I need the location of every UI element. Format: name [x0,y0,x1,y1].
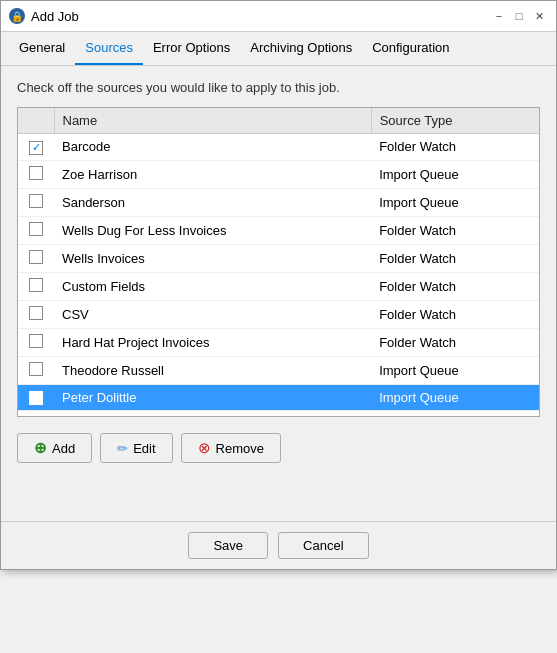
checkbox[interactable] [29,306,43,320]
action-button-bar: ⊕ Add ✏ Edit ⊗ Remove [17,429,540,467]
table-cell-checkbox[interactable] [18,188,54,216]
table-cell-source-type: Folder Watch [371,328,539,356]
checkbox[interactable] [29,141,43,155]
table-cell-checkbox[interactable] [18,244,54,272]
table-cell-name: Wells Dug For Less Invoices [54,216,371,244]
checkbox[interactable] [29,362,43,376]
checkbox[interactable] [29,334,43,348]
col-header-name: Name [54,108,371,134]
table-row[interactable]: Custom FieldsFolder Watch [18,272,539,300]
table-cell-source-type: Import Queue [371,384,539,411]
table-cell-name: Custom Fields [54,272,371,300]
window: 🔒 Add Job − □ ✕ General Sources Error Op… [0,0,557,570]
tab-error-options[interactable]: Error Options [143,32,240,65]
save-button[interactable]: Save [188,532,268,559]
table-cell-source-type: Import Queue [371,188,539,216]
app-icon: 🔒 [9,8,25,24]
cancel-button[interactable]: Cancel [278,532,368,559]
window-title: Add Job [31,9,79,24]
table-row[interactable]: Peter DolittleImport Queue [18,384,539,411]
table-cell-checkbox[interactable] [18,300,54,328]
table-cell-name: Zoe Harrison [54,160,371,188]
table-row[interactable]: SandersonImport Queue [18,188,539,216]
table-cell-name: Barcode [54,134,371,161]
table-cell-checkbox[interactable] [18,216,54,244]
checkbox[interactable] [29,222,43,236]
edit-icon: ✏ [117,441,128,456]
close-button[interactable]: ✕ [530,7,548,25]
table-cell-checkbox[interactable] [18,272,54,300]
table-cell-name: Theodore Russell [54,356,371,384]
checkbox[interactable] [29,194,43,208]
maximize-button[interactable]: □ [510,7,528,25]
tab-configuration[interactable]: Configuration [362,32,459,65]
checkbox[interactable] [29,391,43,405]
edit-button[interactable]: ✏ Edit [100,433,172,463]
content-area: Check off the sources you would like to … [1,66,556,481]
add-icon: ⊕ [34,439,47,457]
table-row[interactable]: Zoe HarrisonImport Queue [18,160,539,188]
checkbox[interactable] [29,250,43,264]
table-row[interactable]: BarcodeFolder Watch [18,134,539,161]
table-cell-source-type: Folder Watch [371,272,539,300]
table-cell-source-type: Import Queue [371,160,539,188]
table-row[interactable]: Wells InvoicesFolder Watch [18,244,539,272]
table-row[interactable]: Wells Dug For Less InvoicesFolder Watch [18,216,539,244]
table-row[interactable]: Hard Hat Project InvoicesFolder Watch [18,328,539,356]
table-cell-checkbox[interactable] [18,356,54,384]
table-cell-source-type: Folder Watch [371,244,539,272]
title-bar: 🔒 Add Job − □ ✕ [1,1,556,32]
col-header-source-type: Source Type [371,108,539,134]
instruction-text: Check off the sources you would like to … [17,80,540,95]
table-row[interactable]: CSVFolder Watch [18,300,539,328]
table-cell-checkbox[interactable] [18,134,54,161]
col-header-check [18,108,54,134]
minimize-button[interactable]: − [490,7,508,25]
footer-bar: Save Cancel [1,521,556,569]
remove-icon: ⊗ [198,439,211,457]
table-cell-name: Hard Hat Project Invoices [54,328,371,356]
table-cell-source-type: Folder Watch [371,134,539,161]
checkbox[interactable] [29,166,43,180]
table-cell-name: Sanderson [54,188,371,216]
table-cell-source-type: Folder Watch [371,216,539,244]
sources-table-wrapper: Name Source Type BarcodeFolder WatchZoe … [17,107,540,417]
table-cell-source-type: Import Queue [371,356,539,384]
table-cell-name: Wells Invoices [54,244,371,272]
table-cell-checkbox[interactable] [18,160,54,188]
table-cell-name: Peter Dolittle [54,384,371,411]
table-cell-checkbox[interactable] [18,384,54,411]
table-header-row: Name Source Type [18,108,539,134]
tab-bar: General Sources Error Options Archiving … [1,32,556,66]
tab-archiving-options[interactable]: Archiving Options [240,32,362,65]
tab-sources[interactable]: Sources [75,32,143,65]
checkbox[interactable] [29,278,43,292]
table-row[interactable]: Theodore RussellImport Queue [18,356,539,384]
tab-general[interactable]: General [9,32,75,65]
sources-table: Name Source Type BarcodeFolder WatchZoe … [18,108,539,411]
remove-button[interactable]: ⊗ Remove [181,433,281,463]
table-cell-name: CSV [54,300,371,328]
title-bar-left: 🔒 Add Job [9,8,79,24]
table-cell-checkbox[interactable] [18,328,54,356]
table-cell-source-type: Folder Watch [371,300,539,328]
title-bar-controls: − □ ✕ [490,7,548,25]
add-button[interactable]: ⊕ Add [17,433,92,463]
